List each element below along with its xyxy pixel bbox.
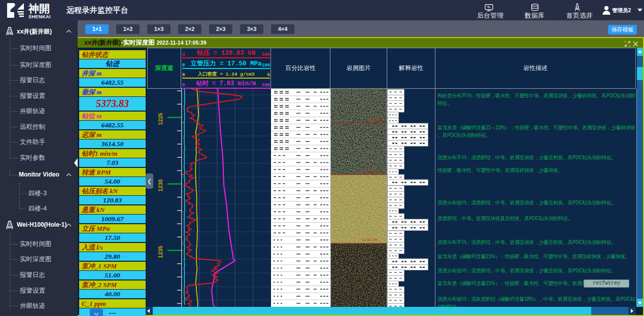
svg-text:1236.7M: 1236.7M (362, 237, 378, 242)
svg-text:1231.6M: 1231.6M (364, 168, 380, 173)
svg-text:1235: 1235 (157, 245, 163, 258)
svg-text:1225: 1225 (157, 113, 163, 125)
svg-text:1227.5M: 1227.5M (367, 117, 383, 122)
svg-text:1230: 1230 (157, 179, 163, 191)
